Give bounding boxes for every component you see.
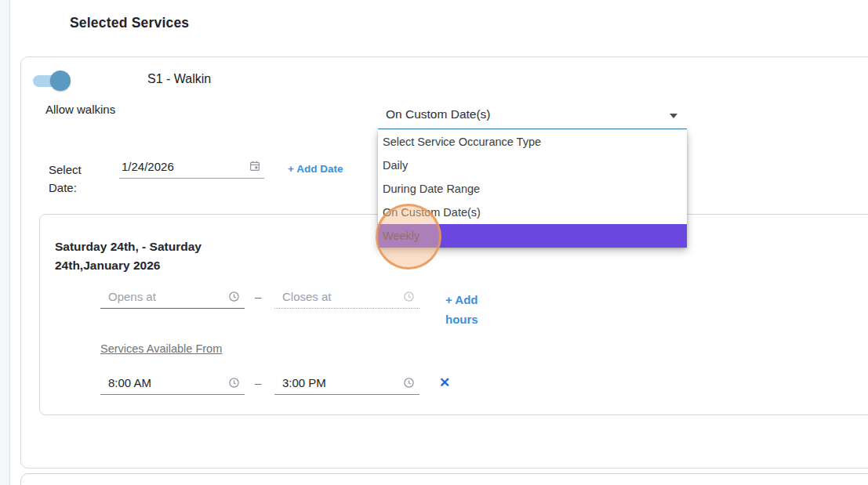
clock-icon[interactable] (403, 291, 415, 302)
available-from-value: 8:00 AM (108, 376, 151, 389)
chevron-down-icon (670, 114, 677, 118)
available-from-input[interactable]: 8:00 AM (100, 371, 245, 395)
dropdown-option-weekly[interactable]: Weekly (378, 224, 687, 248)
left-page-divider (0, 0, 10, 485)
available-to-input[interactable]: 3:00 PM (274, 371, 419, 395)
service-name-label: S1 - Walkin (147, 72, 211, 86)
available-to-value: 3:00 PM (282, 376, 326, 389)
closes-at-input[interactable]: Closes at (274, 285, 419, 309)
allow-walkins-toggle[interactable] (31, 71, 71, 91)
page-title: Selected Services (70, 15, 189, 31)
dropdown-option-daily[interactable]: Daily (378, 154, 687, 177)
date-value: 1/24/2026 (122, 160, 174, 173)
add-hours-button[interactable]: + Add hours (445, 290, 486, 329)
remove-hours-button[interactable]: ✕ (439, 375, 450, 391)
occurrence-type-dropdown-menu: Select Service Occurance Type Daily Duri… (378, 130, 687, 248)
toggle-thumb[interactable] (50, 71, 71, 91)
time-range-dash: – (255, 376, 261, 389)
schedule-date-range-title: Saturday 24th, - Saturday 24th,January 2… (55, 237, 202, 275)
closes-at-placeholder: Closes at (282, 290, 332, 303)
occurrence-type-select[interactable]: On Custom Date(s) (378, 104, 687, 129)
closes-at-underline (274, 308, 419, 309)
select-date-label: Select Date: (49, 161, 100, 197)
opens-at-input[interactable]: Opens at (100, 285, 245, 309)
dropdown-option-on-custom-dates[interactable]: On Custom Date(s) (378, 201, 687, 224)
opens-at-underline (100, 308, 245, 309)
calendar-icon[interactable] (249, 160, 261, 172)
clock-icon[interactable] (228, 377, 240, 389)
dropdown-option-placeholder[interactable]: Select Service Occurance Type (378, 130, 687, 154)
date-input[interactable]: 1/24/2026 (119, 157, 264, 179)
schedule-title-line1: Saturday 24th, - Saturday (55, 237, 202, 256)
available-from-underline (100, 394, 245, 395)
clock-icon[interactable] (228, 291, 240, 302)
select-underline (378, 128, 687, 129)
allow-walkins-label: Allow walkins (45, 103, 115, 116)
available-to-underline (274, 394, 419, 395)
time-range-dash: – (255, 290, 261, 303)
services-available-from-label: Services Available From (100, 342, 222, 355)
schedule-title-line2: 24th,January 2026 (55, 256, 202, 275)
clock-icon[interactable] (403, 377, 415, 389)
date-underline (119, 178, 264, 179)
next-service-card (20, 473, 868, 485)
occurrence-type-value: On Custom Date(s) (386, 107, 491, 121)
opens-at-placeholder: Opens at (108, 290, 156, 303)
add-date-button[interactable]: + Add Date (288, 163, 343, 175)
dropdown-option-during-date-range[interactable]: During Date Range (378, 177, 687, 201)
